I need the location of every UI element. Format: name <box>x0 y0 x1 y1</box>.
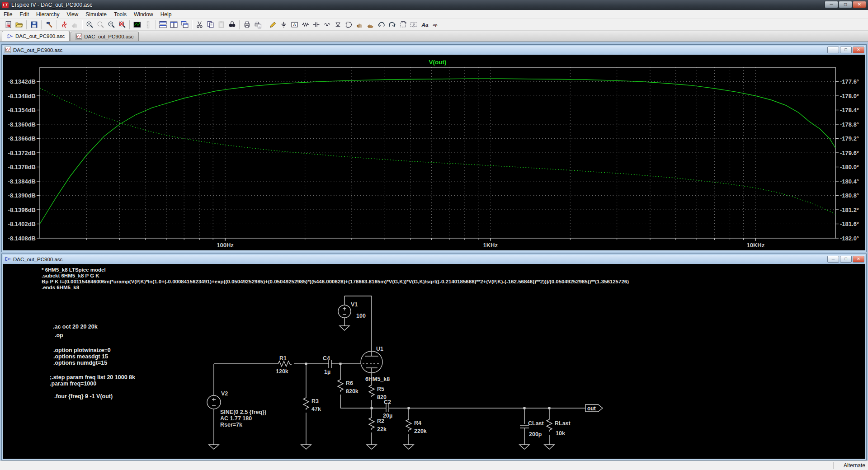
zoom-out-button[interactable] <box>106 20 117 30</box>
component-label: RLast <box>555 420 571 427</box>
toolbar: LTAAa.op <box>0 19 868 31</box>
y-left-tick-label: -8.1378dB <box>8 164 36 170</box>
plot-window-titlebar[interactable]: DAC_out_PC900.asc ─ □ ✕ <box>3 46 865 55</box>
spice-directive-button[interactable]: .op <box>430 20 441 30</box>
spice-directive-line: ;.step param freq list 20 1000 8k <box>50 374 135 381</box>
component-label: 220k <box>414 428 427 434</box>
run-button[interactable] <box>58 20 69 30</box>
window-minimize-button[interactable]: ─ <box>825 1 838 8</box>
status-bar: Alternate <box>0 461 868 470</box>
save-button[interactable] <box>28 20 39 30</box>
toolbar-separator <box>265 20 265 29</box>
component-label: V1 <box>351 301 358 308</box>
component-label: R1 <box>279 355 287 362</box>
y-right-tick-label: -181.6° <box>840 221 859 227</box>
component-label: 200p <box>529 431 542 437</box>
x-tick-label: 1KHz <box>483 242 498 249</box>
net-port-label: out <box>587 405 596 412</box>
tab-2-waveform[interactable]: DAC_out_PC900.asc <box>71 32 138 41</box>
schematic-window-titlebar[interactable]: DAC_out_PC900.asc ─ □ ✕ <box>3 255 865 264</box>
capacitor-button[interactable] <box>311 20 321 30</box>
window-maximize-button[interactable]: □ <box>839 1 852 8</box>
new-schematic-button[interactable]: LT <box>3 20 14 30</box>
menu-file[interactable]: File <box>0 10 16 19</box>
svg-text:A: A <box>293 23 296 27</box>
y-right-tick-label: -180.4° <box>840 178 859 185</box>
rotate-button[interactable] <box>397 20 408 30</box>
spice-directive-line: .options numdgt=15 <box>53 360 107 366</box>
component-label: R3 <box>311 398 319 404</box>
schematic-canvas[interactable]: * 6HM5_k8 LTSpice model.subckt 6HM5_k8 P… <box>3 264 865 459</box>
tab-1-schematic[interactable]: DAC_out_PC900.asc <box>2 31 70 41</box>
undo-button[interactable] <box>376 20 387 30</box>
zoom-full-button[interactable] <box>117 20 127 30</box>
label-net-button[interactable]: A <box>289 20 300 30</box>
menu-view[interactable]: View <box>63 10 82 19</box>
spice-directive-line: .ac oct 20 20 20k <box>53 324 98 330</box>
ground-button[interactable] <box>278 20 289 30</box>
plot-maximize-button[interactable]: □ <box>840 47 852 53</box>
schematic-close-button[interactable]: ✕ <box>853 256 864 263</box>
mirror-button[interactable] <box>408 20 419 30</box>
schematic-window: DAC_out_PC900.asc ─ □ ✕ * 6HM5_k8 LTSpic… <box>1 254 867 461</box>
schematic-window-title: DAC_out_PC900.asc <box>13 257 62 262</box>
y-left-tick-label: -8.1366dB <box>8 135 36 142</box>
toolbar-separator <box>41 20 42 29</box>
component-button[interactable] <box>343 20 354 30</box>
open-button[interactable] <box>14 20 24 30</box>
component-label: R4 <box>414 420 421 426</box>
tile-horizontal-button[interactable] <box>168 20 179 30</box>
component-label: 1µ <box>324 369 330 375</box>
copy-button[interactable] <box>205 20 216 30</box>
zoom-back-button <box>95 20 106 30</box>
y-right-tick-label: -182.0° <box>840 235 859 242</box>
plot-minimize-button[interactable]: ─ <box>827 47 839 53</box>
menu-edit[interactable]: Edit <box>16 10 33 19</box>
schematic-maximize-button[interactable]: □ <box>840 256 852 263</box>
menu-help[interactable]: Help <box>157 10 175 19</box>
control-panel-button[interactable] <box>43 20 54 30</box>
component-label: R2 <box>377 418 384 424</box>
y-right-tick-label: -178.4° <box>840 107 859 113</box>
toolbar-separator <box>155 20 156 29</box>
redo-button[interactable] <box>387 20 397 30</box>
print-preview-button[interactable] <box>252 20 263 30</box>
diode-button[interactable] <box>332 20 343 30</box>
schematic-minimize-button[interactable]: ─ <box>827 256 839 263</box>
zoom-in-button[interactable] <box>84 20 95 30</box>
junction-dot <box>340 363 342 365</box>
window-close-button[interactable]: ✕ <box>853 1 866 8</box>
y-left-tick-label: -8.1408dB <box>8 235 36 242</box>
wire-button[interactable] <box>267 20 278 30</box>
tile-vertical-button[interactable] <box>157 20 168 30</box>
toolbar-separator <box>192 20 192 29</box>
junction-dot <box>305 363 307 365</box>
inductor-button[interactable] <box>321 20 332 30</box>
y-right-tick-label: -180.8° <box>840 192 859 199</box>
plot-settings-button[interactable] <box>132 20 142 30</box>
find-button[interactable] <box>226 20 237 30</box>
cascade-button[interactable] <box>179 20 190 30</box>
drag-button[interactable] <box>365 20 376 30</box>
print-button[interactable] <box>241 20 252 30</box>
move-button[interactable] <box>354 20 365 30</box>
menu-hierarchy[interactable]: Hierarchy <box>33 10 63 19</box>
menu-simulate[interactable]: Simulate <box>82 10 110 19</box>
schematic-pane[interactable]: * 6HM5_k8 LTSpice model.subckt 6HM5_k8 P… <box>3 264 865 459</box>
spice-model-line: Bp P K I=(0.001154846006m)*uramp(V(P,K)*… <box>42 279 629 284</box>
plot-pane[interactable]: -8.1342dB-177.6°-8.1348dB-178.0°-8.1354d… <box>3 55 865 250</box>
menu-window[interactable]: Window <box>130 10 157 19</box>
component-label: AC 1.77 180 <box>220 415 252 422</box>
plot-close-button[interactable]: ✕ <box>853 47 864 53</box>
y-right-tick-label: -178.8° <box>840 121 859 128</box>
text-button[interactable]: Aa <box>419 20 430 30</box>
component-label: 47k <box>311 406 321 412</box>
waveform-plot[interactable]: -8.1342dB-177.6°-8.1348dB-178.0°-8.1354d… <box>3 55 865 250</box>
menu-bar: FileEditHierarchyViewSimulateToolsWindow… <box>0 10 868 19</box>
menu-tools[interactable]: Tools <box>110 10 130 19</box>
status-mode-text: Alternate <box>844 462 865 469</box>
cut-button[interactable] <box>194 20 205 30</box>
resistor-button[interactable] <box>300 20 311 30</box>
svg-text:Aa: Aa <box>421 22 428 28</box>
plot-window-title: DAC_out_PC900.asc <box>13 47 62 53</box>
